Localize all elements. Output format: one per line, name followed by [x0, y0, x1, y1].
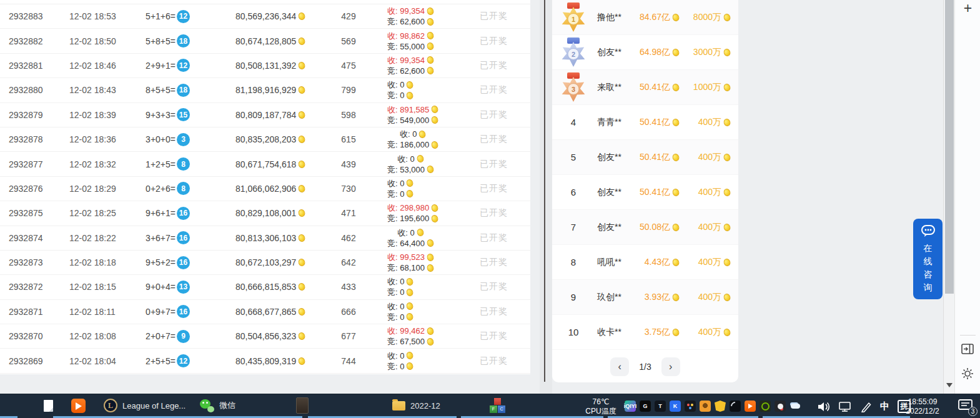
pagination-next-button[interactable]: › — [661, 357, 680, 376]
player-total-value: 3.75亿 — [645, 327, 670, 338]
status-badge: 已开奖 — [480, 4, 508, 28]
draw-formula: 9+5+2= 16 — [132, 251, 190, 274]
pagination-current: 1/3 — [639, 362, 651, 372]
draw-formula: 5+8+5= 18 — [132, 29, 190, 52]
coin-icon — [426, 56, 435, 65]
sidebar-settings-gear-icon[interactable] — [961, 367, 974, 382]
player-count: 433 — [330, 275, 367, 299]
coin-icon — [430, 203, 439, 212]
sum-badge: 16 — [177, 231, 190, 244]
player-count: 439 — [330, 152, 367, 176]
page-background: 2932883 12-02 18:53 5+1+6= 12 80,569,236… — [0, 0, 980, 394]
sidebar-add-button[interactable]: + — [955, 0, 980, 17]
taskbar-clock[interactable]: 18:55:09 2022/12/2 — [899, 394, 946, 418]
shou-value: 0 — [400, 79, 404, 90]
taskbar-wechat-button[interactable]: 微信 — [200, 394, 235, 417]
coin-icon — [406, 179, 415, 188]
cloud-drive-tray-icon[interactable] — [789, 401, 801, 412]
rings-app-tray-icon[interactable] — [685, 401, 696, 412]
scrollbar-thumb[interactable] — [945, 0, 954, 294]
player-count: 642 — [330, 251, 367, 274]
status-badge: 已开奖 — [480, 226, 508, 250]
formula-text: 0+9+7= — [146, 307, 176, 317]
notification-center-icon[interactable]: 3 — [958, 398, 976, 415]
rank-number: 4 — [571, 117, 576, 127]
jing-value: 64,400 — [400, 238, 425, 249]
table-row: 2932878 12-02 18:36 3+0+0= 3 80,835,208,… — [0, 127, 530, 152]
pool-amount-value: 80,504,856,323 — [235, 331, 296, 341]
clock-date: 2022/12/2 — [906, 407, 939, 416]
scrollbar-down-arrow[interactable] — [946, 383, 953, 387]
leaderboard-row: 7 7 创友** 50.08亿 400万 — [552, 210, 738, 245]
orange-player-tray-icon[interactable] — [745, 401, 756, 412]
draw-id: 2932880 — [9, 78, 43, 102]
coin-icon — [416, 228, 425, 237]
taskbar-dark-app-button[interactable] — [296, 394, 309, 417]
shou-label: 收: — [397, 154, 408, 164]
coin-icon — [671, 257, 680, 267]
draw-time: 12-02 18:15 — [69, 275, 116, 299]
panda-app-tray-icon[interactable] — [775, 401, 786, 412]
nvidia-tray-icon[interactable] — [760, 401, 771, 412]
formula-text: 8+5+5= — [146, 85, 176, 95]
coin-icon — [406, 91, 415, 101]
logitech-g-tray-icon[interactable]: G — [640, 401, 651, 412]
jing-label: 竞: — [387, 66, 398, 76]
taskbar-folder-button[interactable]: 2022-12 — [392, 394, 440, 417]
leaderboard-row: 3 3 来取** 50.41亿 1000万 — [552, 70, 738, 105]
orange-game-tray-icon[interactable] — [700, 401, 711, 412]
huorong-tray-icon[interactable] — [715, 401, 726, 412]
tim-tray-icon[interactable]: T — [655, 401, 666, 412]
formula-text: 3+0+0= — [146, 134, 176, 144]
formula-text: 9+3+3= — [146, 110, 176, 120]
player-bonus-value: 400万 — [698, 222, 721, 233]
rank-cell: 3 3 — [557, 72, 590, 102]
coin-icon — [426, 263, 435, 272]
taskbar-orange-app-button[interactable] — [71, 394, 86, 417]
iqiyi-tray-icon[interactable]: iQIYI — [625, 401, 636, 412]
browser-scrollbar[interactable] — [943, 0, 954, 394]
player-bonus: 8000万 — [680, 12, 731, 23]
open-sidebar-icon[interactable] — [961, 344, 974, 357]
shou-line: 收: 99,354 — [387, 6, 434, 16]
draw-time: 12-02 18:08 — [69, 324, 116, 348]
taskbar-blocks-app-button[interactable]: FC — [490, 394, 505, 417]
coin-icon — [297, 258, 306, 267]
network-icon[interactable] — [839, 401, 853, 412]
coin-icon — [671, 82, 680, 92]
pen-icon[interactable] — [861, 401, 872, 412]
volume-icon[interactable] — [817, 401, 831, 412]
coin-icon — [406, 351, 415, 361]
rank-cell: 10 10 — [557, 327, 590, 337]
taskbar-notepad-button[interactable] — [44, 394, 53, 417]
shou-jing-cell: 收: 98,862 竞: 55,000 — [387, 29, 434, 52]
pagination-prev-button[interactable]: ‹ — [610, 357, 629, 376]
shou-jing-cell: 收: 0 竞: 186,000 — [387, 127, 438, 151]
cpu-temp-value: 76℃ — [581, 397, 621, 407]
online-chat-button[interactable]: 在线咨询 — [913, 219, 943, 299]
sum-badge: 12 — [177, 59, 190, 72]
rank-cell: 7 7 — [557, 222, 590, 232]
player-total: 64.98亿 — [623, 47, 680, 58]
coin-icon — [297, 282, 306, 292]
cpu-temperature-widget[interactable]: 76℃ CPU温度 — [581, 394, 621, 418]
coin-icon — [671, 117, 680, 127]
k-app-tray-icon[interactable]: K — [670, 401, 681, 412]
table-row: 2932881 12-02 18:46 2+9+1= 12 80,508,131… — [0, 54, 530, 78]
status-badge: 已开奖 — [480, 152, 508, 176]
coin-icon — [297, 356, 306, 366]
draw-id: 2932882 — [9, 29, 43, 52]
taskbar-lol-button[interactable]: L League of Lege... — [104, 394, 186, 417]
shou-label: 收: — [397, 227, 408, 238]
shou-jing-cell: 收: 99,462 竞: 67,500 — [387, 324, 434, 348]
rank-cell: 1 1 — [557, 2, 590, 32]
ime-language-icon[interactable]: 中 — [880, 401, 889, 412]
coin-icon — [406, 302, 415, 311]
player-name: 创友** — [597, 47, 623, 58]
rank-cell: 9 9 — [557, 292, 590, 302]
draw-time: 12-02 18:32 — [69, 152, 116, 176]
draw-id: 2932875 — [9, 201, 43, 225]
player-bonus: 400万 — [680, 117, 731, 128]
coin-icon — [297, 61, 306, 71]
satellite-tray-icon[interactable] — [730, 401, 741, 412]
